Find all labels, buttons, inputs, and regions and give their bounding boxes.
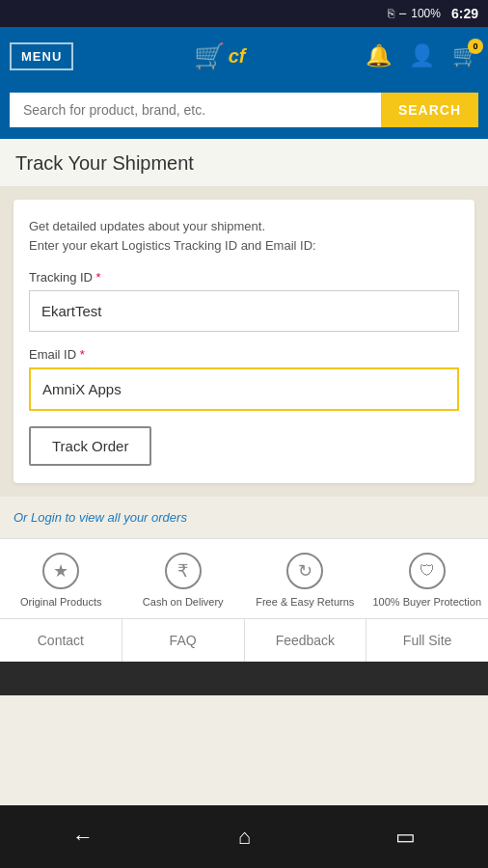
- header-icons: 🔔 👤 🛒 0: [366, 43, 478, 68]
- tracking-id-label: Tracking ID *: [29, 270, 459, 285]
- phone-nav-bar: ← ⌂ ▭: [0, 805, 488, 868]
- card-description: Get detailed updates about your shipment…: [29, 217, 459, 255]
- footer-tabs: Contact FAQ Feedback Full Site: [0, 618, 488, 662]
- tracking-card: Get detailed updates about your shipment…: [14, 200, 474, 483]
- cart-badge: 0: [468, 39, 483, 54]
- home-button[interactable]: ⌂: [238, 825, 251, 850]
- main-content: Get detailed updates about your shipment…: [0, 186, 488, 497]
- original-products-icon: ★: [42, 553, 79, 589]
- features-row: ★ Original Products ₹ Cash on Delivery ↻…: [0, 538, 488, 618]
- feature-original-products: ★ Original Products: [0, 553, 122, 609]
- cart-icon[interactable]: 🛒 0: [452, 43, 478, 68]
- user-icon[interactable]: 👤: [409, 43, 435, 68]
- search-input[interactable]: [10, 93, 381, 127]
- dark-spacer: [0, 662, 488, 695]
- recent-apps-button[interactable]: ▭: [395, 825, 416, 850]
- notification-icon[interactable]: 🔔: [366, 43, 392, 68]
- login-link[interactable]: Or Login to view all your orders: [0, 497, 488, 525]
- buyer-protection-label: 100% Buyer Protection: [372, 595, 481, 609]
- menu-button[interactable]: MENU: [10, 42, 73, 70]
- email-id-required: *: [80, 347, 85, 362]
- feature-free-returns: ↻ Free & Easy Returns: [244, 553, 366, 609]
- cart-logo-icon: 🛒: [194, 41, 225, 71]
- track-order-button[interactable]: Track Order: [29, 426, 151, 466]
- logo: 🛒 cf: [194, 41, 246, 71]
- signal-icon: ⎼: [399, 7, 406, 20]
- wifi-icon: ⎘: [388, 7, 394, 20]
- page-title: Track Your Shipment: [0, 139, 488, 186]
- email-id-input[interactable]: [29, 367, 459, 411]
- battery-icon: 100%: [411, 7, 441, 20]
- tab-faq[interactable]: FAQ: [122, 619, 245, 662]
- tracking-id-required: *: [96, 270, 101, 285]
- email-id-label: Email ID *: [29, 347, 459, 362]
- buyer-protection-icon: 🛡: [409, 553, 446, 589]
- feature-buyer-protection: 🛡 100% Buyer Protection: [366, 553, 489, 609]
- tab-full-site[interactable]: Full Site: [366, 619, 488, 662]
- cash-on-delivery-icon: ₹: [165, 553, 202, 589]
- tab-contact[interactable]: Contact: [0, 619, 122, 662]
- original-products-label: Original Products: [20, 595, 101, 609]
- free-returns-icon: ↻: [286, 553, 323, 589]
- logo-text: cf: [229, 45, 246, 68]
- search-button[interactable]: SEARCH: [381, 93, 478, 127]
- battery-level: 100: [411, 7, 430, 20]
- tracking-id-input[interactable]: [29, 290, 459, 332]
- feature-cash-on-delivery: ₹ Cash on Delivery: [122, 553, 245, 609]
- status-bar: ⎘ ⎼ 100% 6:29: [0, 0, 488, 27]
- back-button[interactable]: ←: [72, 825, 94, 850]
- tab-feedback[interactable]: Feedback: [245, 619, 367, 662]
- status-icons: ⎘ ⎼ 100% 6:29: [388, 6, 478, 21]
- search-bar: SEARCH: [0, 85, 488, 139]
- cash-on-delivery-label: Cash on Delivery: [143, 595, 224, 609]
- free-returns-label: Free & Easy Returns: [256, 595, 354, 609]
- status-time: 6:29: [451, 6, 478, 21]
- header: MENU 🛒 cf 🔔 👤 🛒 0: [0, 27, 488, 85]
